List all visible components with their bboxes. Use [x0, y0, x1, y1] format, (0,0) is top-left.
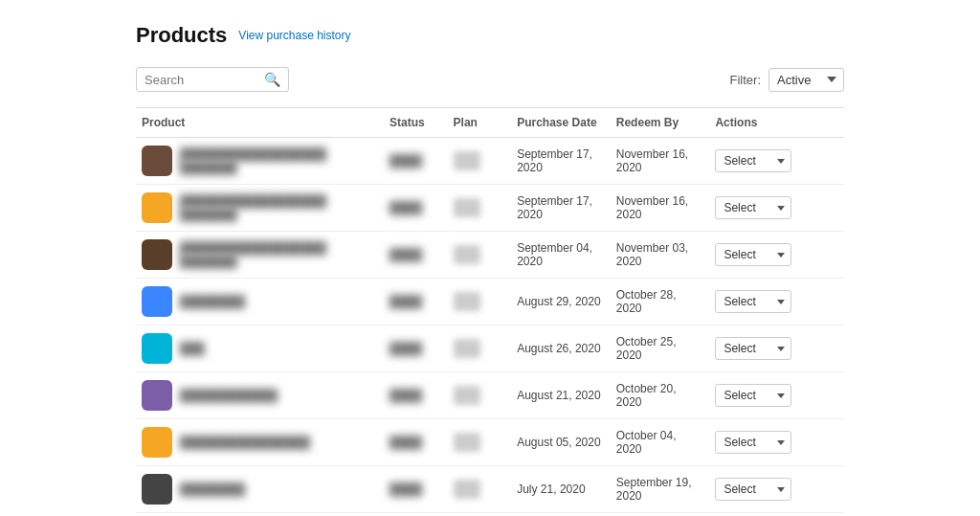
table-row: █████████████████████████████September 1… [136, 185, 844, 232]
actions-select[interactable]: SelectRenewCancel [715, 290, 791, 313]
filter-wrapper: Filter: Active Inactive All [730, 68, 845, 92]
plan-cell [448, 419, 512, 466]
table-header: Product Status Plan Purchase Date Redeem… [136, 108, 844, 138]
plan-cell [448, 466, 512, 513]
status-cell: ████ [384, 279, 448, 325]
table-row: ███████August 26, 2020October 25, 2020Se… [136, 325, 844, 372]
page-wrapper: Products View purchase history 🔍 Filter:… [117, 0, 863, 516]
product-icon [142, 380, 172, 411]
product-icon [142, 427, 172, 458]
purchase-date-cell: September 17, 2020 [511, 138, 611, 185]
actions-cell: SelectRenewCancel [709, 279, 844, 325]
status-cell: ████ [384, 185, 448, 232]
search-icon: 🔍 [264, 72, 280, 87]
redeem-by-cell: November 16, 2020 [611, 185, 710, 232]
table-body: █████████████████████████████September 1… [136, 138, 844, 517]
search-input[interactable] [145, 73, 260, 87]
redeem-by-cell: November 03, 2020 [611, 232, 710, 279]
status-cell: ████ [384, 466, 448, 513]
product-icon [142, 333, 172, 364]
table-row: ████████████July 21, 2020September 19, 2… [136, 466, 844, 513]
actions-select[interactable]: SelectRenewCancel [715, 337, 791, 360]
plan-cell [448, 138, 512, 185]
purchase-date-cell: August 26, 2020 [511, 325, 611, 372]
status-cell: ████ [384, 325, 448, 372]
redeem-by-cell: September 19, 2020 [611, 466, 710, 513]
col-header-actions: Actions [709, 108, 844, 138]
search-wrapper: 🔍 [136, 67, 289, 92]
plan-cell [448, 513, 512, 517]
product-name: ████████████████ [180, 436, 310, 449]
purchase-date-cell: September 04, 2020 [511, 232, 611, 279]
actions-cell: SelectRenewCancel [709, 325, 844, 372]
actions-cell: SelectRenewCancel [709, 466, 844, 513]
products-table: Product Status Plan Purchase Date Redeem… [136, 108, 844, 516]
actions-cell: SelectRenewCancel [709, 372, 844, 419]
col-header-product: Product [136, 108, 384, 138]
product-icon [142, 239, 172, 270]
actions-cell: SelectRenewCancel [709, 419, 844, 466]
product-sub: ███████ [180, 208, 326, 221]
product-sub: ███████ [180, 255, 326, 268]
actions-cell: SelectRenewCancel [709, 138, 844, 185]
purchase-date-cell: August 29, 2020 [511, 279, 611, 325]
product-cell: █████████████████████████ [142, 146, 378, 176]
actions-select[interactable]: SelectRenewCancel [715, 431, 791, 454]
col-header-plan: Plan [448, 108, 512, 138]
table-row: ████████████████August 21, 2020October 2… [136, 372, 844, 419]
table-row: █████████████████████████████September 0… [136, 232, 844, 279]
page-title: Products [136, 23, 227, 48]
page-header: Products View purchase history [136, 23, 844, 48]
filter-select[interactable]: Active Inactive All [768, 68, 844, 92]
toolbar: 🔍 Filter: Active Inactive All [136, 67, 844, 92]
product-name: ██████████████████ [180, 147, 326, 161]
product-name: ██████████████████ [180, 241, 326, 255]
status-cell: ████ [384, 513, 448, 517]
product-sub: ███████ [180, 161, 326, 174]
redeem-by-cell: November 16, 2020 [611, 138, 710, 185]
plan-cell [448, 232, 512, 279]
actions-select[interactable]: SelectRenewCancel [715, 196, 791, 219]
col-header-status: Status [384, 108, 448, 138]
redeem-by-cell: October 28, 2020 [611, 279, 710, 325]
status-cell: ████ [384, 372, 448, 419]
product-icon [142, 192, 172, 223]
col-header-redeem-by: Redeem By [611, 108, 710, 138]
actions-cell: SelectRenewCancel [709, 513, 844, 517]
actions-select[interactable]: SelectRenewCancel [715, 384, 791, 407]
product-cell: ████████ [142, 474, 378, 505]
plan-cell [448, 325, 512, 372]
actions-select[interactable]: SelectRenewCancel [715, 478, 791, 501]
view-purchase-history-link[interactable]: View purchase history [238, 29, 350, 42]
product-icon [142, 474, 172, 505]
plan-cell [448, 185, 512, 232]
product-icon [142, 286, 172, 317]
actions-cell: SelectRenewCancel [709, 185, 844, 232]
redeem-by-cell: October 04, 2020 [611, 419, 710, 466]
product-name: ████████ [180, 482, 245, 496]
table-row: ████████████August 29, 2020October 28, 2… [136, 279, 844, 325]
status-cell: ████ [384, 232, 448, 279]
product-name: ████████████ [180, 389, 278, 402]
product-cell: ███ [142, 333, 378, 364]
product-cell: ████████████ [142, 380, 378, 411]
actions-select[interactable]: SelectRenewCancel [715, 243, 791, 266]
status-cell: ████ [384, 138, 448, 185]
product-cell: █████████████████████████ [142, 192, 378, 223]
actions-select[interactable]: SelectRenewCancel [715, 149, 791, 172]
purchase-date-cell: August 05, 2020 [511, 419, 611, 466]
product-icon [142, 146, 172, 176]
status-cell: ████ [384, 419, 448, 466]
product-name: ████████ [180, 295, 245, 308]
product-name: ██████████████████ [180, 194, 326, 208]
purchase-date-cell: August 21, 2020 [511, 372, 611, 419]
product-cell: ████████ [142, 286, 378, 317]
plan-cell [448, 279, 512, 325]
product-cell: ████████████████ [142, 427, 378, 458]
plan-cell [448, 372, 512, 419]
purchase-date-cell: September 17, 2020 [511, 185, 611, 232]
product-cell: █████████████████████████ [142, 239, 378, 270]
table-row: █████████████████████████████September 1… [136, 138, 844, 185]
redeem-by-cell: September 16, 2020 [611, 513, 710, 517]
redeem-by-cell: October 20, 2020 [611, 372, 710, 419]
